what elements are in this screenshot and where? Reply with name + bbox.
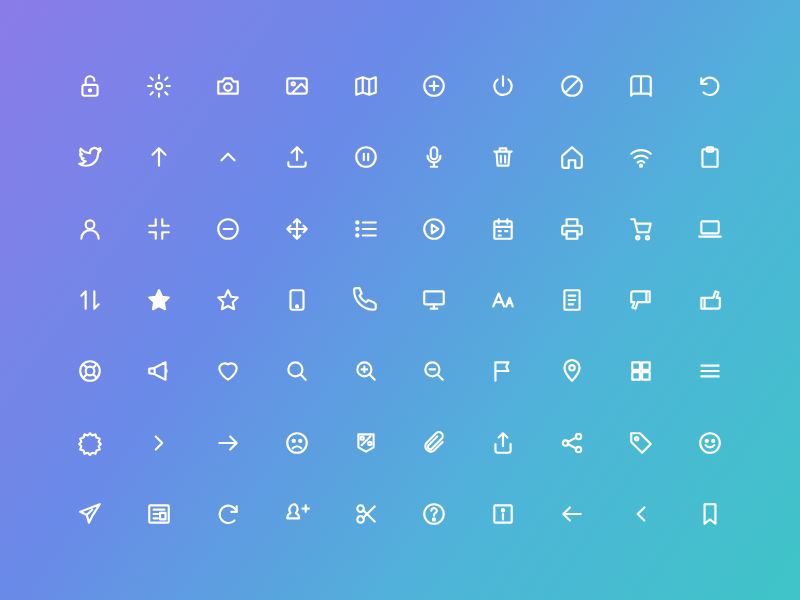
svg-rect-19 [495,221,512,238]
heart-icon [194,336,263,407]
minus-circle-icon [194,193,263,264]
printer-icon [538,193,607,264]
svg-point-42 [368,442,371,445]
redo-icon [194,479,263,550]
svg-rect-35 [642,363,650,371]
megaphone-icon [125,336,194,407]
zoom-out-icon [400,336,469,407]
twitter-icon [56,121,125,192]
svg-rect-34 [632,363,640,371]
sort-icon [56,264,125,335]
minimize-icon [125,193,194,264]
text-size-icon [469,264,538,335]
cart-icon [606,193,675,264]
grid-icon [606,336,675,407]
svg-point-10 [640,165,642,167]
trash-icon [469,121,538,192]
svg-point-57 [502,509,504,511]
svg-point-38 [287,433,307,453]
arrow-left-icon [538,479,607,550]
chevron-up-icon [194,121,263,192]
lifebuoy-icon [56,336,125,407]
svg-point-18 [425,219,445,239]
camera-icon [194,50,263,121]
tag-icon [606,407,675,478]
pause-circle-icon [331,121,400,192]
badge-icon [56,407,125,478]
svg-point-16 [356,227,358,229]
zoom-in-icon [331,336,400,407]
unlock-icon [56,50,125,121]
svg-point-2 [156,82,163,89]
arrow-up-icon [125,121,194,192]
discount-icon [331,407,400,478]
help-icon [400,479,469,550]
svg-point-25 [296,305,298,307]
thumbs-down-icon [606,264,675,335]
svg-point-33 [569,365,574,370]
phone-icon [331,264,400,335]
svg-point-5 [291,82,294,85]
chevron-left-icon [606,479,675,550]
info-icon [469,479,538,550]
svg-point-21 [636,236,639,239]
map-icon [331,50,400,121]
airplane-icon [56,479,125,550]
thumbs-up-icon [675,264,744,335]
user-icon [56,193,125,264]
star-filled-icon [125,264,194,335]
svg-rect-26 [425,291,445,304]
svg-point-3 [224,83,232,91]
play-circle-icon [400,193,469,264]
svg-point-47 [700,433,720,453]
plus-circle-icon [400,50,469,121]
arrow-right-icon [194,407,263,478]
frown-icon [262,407,331,478]
news-icon [125,479,194,550]
search-icon [262,336,331,407]
svg-point-1 [89,89,91,91]
icon-grid [0,0,800,600]
svg-rect-37 [642,373,650,381]
flag-icon [469,336,538,407]
svg-point-46 [635,437,638,440]
svg-rect-51 [160,513,165,520]
document-icon [538,264,607,335]
undo-icon [675,50,744,121]
svg-rect-23 [701,221,718,233]
svg-point-49 [712,440,714,442]
clipboard-icon [675,121,744,192]
tablet-icon [262,264,331,335]
location-icon [538,336,607,407]
star-icon [194,264,263,335]
smile-icon [675,407,744,478]
svg-point-39 [292,440,294,442]
svg-point-15 [356,221,358,223]
svg-point-48 [705,440,707,442]
laptop-icon [675,193,744,264]
svg-rect-20 [567,231,578,239]
svg-rect-36 [632,373,640,381]
svg-point-13 [86,220,95,229]
svg-point-41 [360,436,363,439]
wifi-icon [606,121,675,192]
monitor-icon [400,264,469,335]
image-icon [262,50,331,121]
gear-icon [125,50,194,121]
list-icon [331,193,400,264]
svg-point-40 [299,440,301,442]
paperclip-icon [400,407,469,478]
bookmark-icon [675,479,744,550]
svg-rect-9 [431,147,438,159]
google-plus-icon [262,479,331,550]
share-nodes-icon [538,407,607,478]
svg-point-17 [356,234,358,236]
mic-icon [400,121,469,192]
chevron-right-icon [125,407,194,478]
scissors-icon [331,479,400,550]
power-icon [469,50,538,121]
svg-point-22 [646,236,649,239]
menu-icon [675,336,744,407]
calendar-icon [469,193,538,264]
svg-point-8 [356,147,376,167]
